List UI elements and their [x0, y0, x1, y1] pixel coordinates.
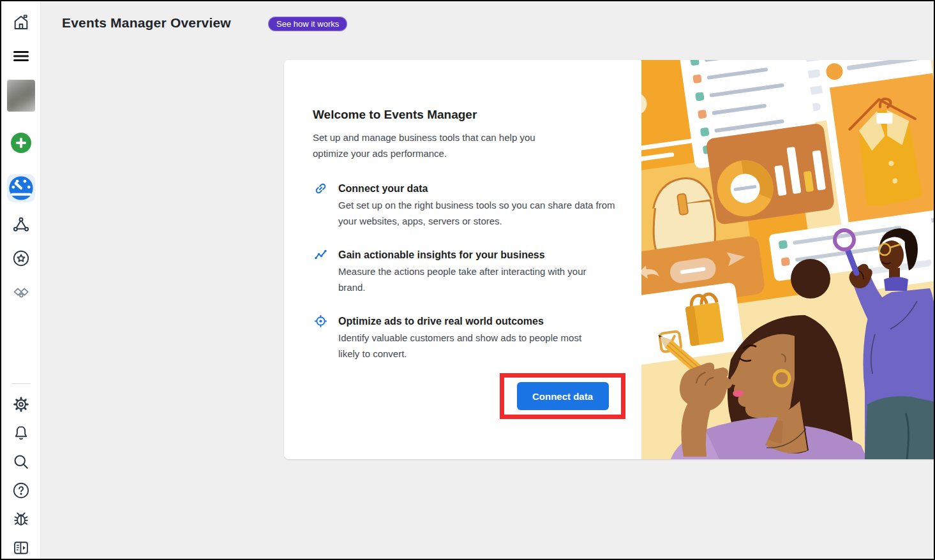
- feature-title: Connect your data: [338, 181, 619, 196]
- welcome-subtitle: Set up and manage business tools that ca…: [313, 129, 568, 161]
- sidebar: [1, 1, 41, 559]
- sidebar-item-events-manager[interactable]: [7, 174, 35, 202]
- partners-network-icon[interactable]: [12, 216, 30, 233]
- home-icon[interactable]: [12, 13, 30, 31]
- connect-data-button[interactable]: Connect data: [517, 382, 609, 410]
- link-icon: [314, 182, 327, 195]
- feature-optimize: Optimize ads to drive real world outcome…: [314, 314, 619, 362]
- events-manager-illustration: [641, 60, 935, 459]
- create-plus-icon[interactable]: [11, 133, 31, 153]
- business-avatar[interactable]: [7, 80, 35, 112]
- feature-description: Identify valuable customers and show ads…: [338, 330, 588, 362]
- feature-description: Get set up on the right business tools s…: [338, 197, 619, 229]
- settings-gear-icon[interactable]: [12, 395, 30, 413]
- feature-title: Gain actionable insights for your busine…: [338, 247, 605, 262]
- business-avatar-image: [7, 80, 35, 112]
- events-manager-gauge-icon: [7, 174, 35, 202]
- search-icon[interactable]: [12, 453, 30, 471]
- welcome-card: Welcome to Events Manager Set up and man…: [284, 60, 641, 459]
- feature-list: Connect your data Get set up on the righ…: [314, 181, 619, 380]
- report-bug-icon[interactable]: [12, 510, 30, 528]
- feature-title: Optimize ads to drive real world outcome…: [338, 314, 588, 328]
- sidebar-divider: [11, 383, 31, 384]
- favorites-star-icon[interactable]: [12, 249, 30, 267]
- see-how-it-works-badge[interactable]: See how it works: [268, 17, 347, 31]
- welcome-title: Welcome to Events Manager: [313, 108, 477, 122]
- tutorial-highlight-box: Connect data: [500, 373, 625, 419]
- events-manager-window: Events Manager Overview See how it works…: [0, 0, 935, 560]
- welcome-panel: Welcome to Events Manager Set up and man…: [284, 60, 935, 459]
- illustration-graphic: [641, 60, 935, 459]
- feature-insights: Gain actionable insights for your busine…: [314, 247, 619, 295]
- insights-line-chart-icon: [314, 248, 327, 262]
- expand-sidebar-icon[interactable]: [12, 539, 30, 557]
- page-title: Events Manager Overview: [62, 15, 231, 31]
- feature-connect-data: Connect your data Get set up on the righ…: [314, 181, 619, 229]
- optimize-target-icon: [314, 314, 327, 328]
- handshake-icon[interactable]: [12, 284, 30, 302]
- notifications-bell-icon[interactable]: [12, 424, 30, 442]
- help-icon[interactable]: [12, 482, 30, 499]
- menu-icon[interactable]: [12, 47, 30, 65]
- feature-description: Measure the actions people take after in…: [338, 263, 605, 295]
